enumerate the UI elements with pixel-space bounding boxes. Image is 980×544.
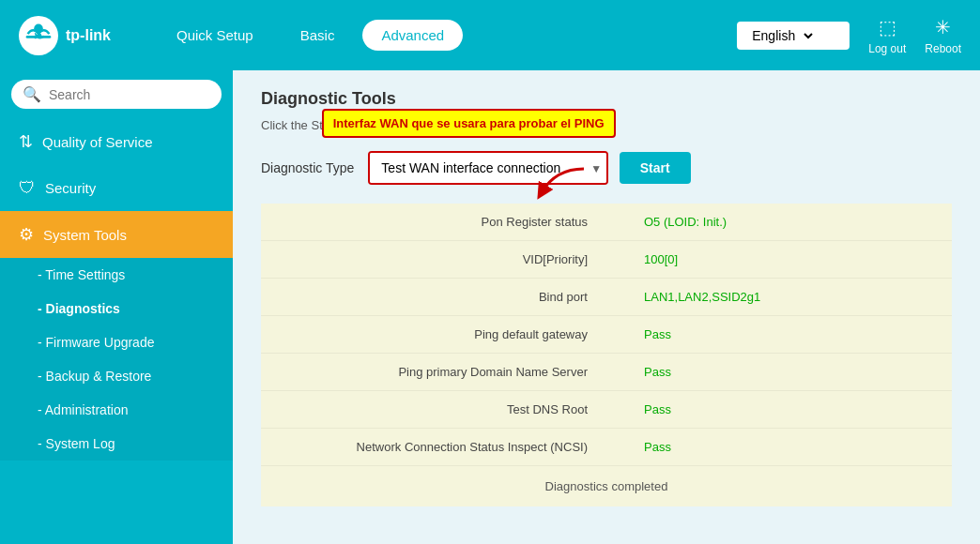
reboot-button[interactable]: ✳ Reboot [925,16,961,55]
submenu-time-settings[interactable]: - Time Settings [0,258,233,292]
reboot-icon: ✳ [935,16,951,38]
submenu-syslog[interactable]: - System Log [0,427,233,461]
reboot-label: Reboot [925,42,961,55]
result-label-4: Ping primary Domain Name Server [261,354,606,391]
result-label-3: Ping default gateway [261,316,606,354]
sidebar-item-system-tools[interactable]: ⚙ System Tools [0,211,233,258]
diagnostics-label: - Diagnostics [38,301,120,316]
table-row: Ping default gateway Pass [261,316,952,354]
nav-quick-setup[interactable]: Quick Setup [158,20,272,51]
diag-type-label: Diagnostic Type [261,160,354,175]
firmware-label: - Firmware Upgrade [38,335,154,350]
result-value-4: Pass [606,354,952,391]
nav-basic[interactable]: Basic [282,20,354,51]
sidebar-item-qos-label: Quality of Service [42,134,153,150]
submenu-admin[interactable]: - Administration [0,393,233,427]
result-value-1: 100[0] [606,241,952,279]
result-value-0: O5 (LOID: Init.) [606,204,952,241]
logout-icon: ⬚ [879,16,896,38]
table-row: Bind port LAN1,LAN2,SSID2g1 [261,279,952,316]
sidebar: 🔍 ⇅ Quality of Service 🛡 Security ⚙ Syst… [0,70,233,544]
admin-label: - Administration [38,402,128,417]
svg-point-2 [34,23,43,33]
logo-icon: ❧ [19,16,58,55]
language-selector[interactable]: English Chinese Spanish [737,22,850,50]
table-row: Network Connection Status Inspect (NCSI)… [261,429,952,466]
nav-advanced[interactable]: Advanced [362,20,463,51]
logout-button[interactable]: ⬚ Log out [868,16,906,55]
results-table: Pon Register status O5 (LOID: Init.) VID… [261,204,952,506]
result-value-5: Pass [606,391,952,429]
submenu-backup[interactable]: - Backup & Restore [0,359,233,393]
search-input[interactable] [49,87,213,102]
table-row: VID[Priority] 100[0] [261,241,952,279]
annotation-tooltip: Interfaz WAN que se usara para probar el… [322,109,616,138]
table-row: Pon Register status O5 (LOID: Init.) [261,204,952,241]
result-value-2: LAN1,LAN2,SSID2g1 [606,279,952,316]
start-button[interactable]: Start [620,152,691,184]
submenu-diagnostics[interactable]: - Diagnostics [0,292,233,325]
search-icon: 🔍 [23,85,41,103]
svg-rect-3 [26,36,52,38]
time-settings-label: - Time Settings [38,267,125,282]
sidebar-item-system-tools-label: System Tools [43,227,127,243]
diag-type-row: Diagnostic Type Interfaz WAN que se usar… [261,151,952,185]
logout-label: Log out [868,42,906,55]
content-area: Diagnostic Tools Click the Start button … [233,70,980,544]
backup-label: - Backup & Restore [38,369,151,384]
diag-type-select[interactable]: Test WAN interface connection Ping Trace… [370,153,607,183]
result-value-6: Pass [606,429,952,466]
logo-text: tp-link [66,27,111,44]
security-icon: 🛡 [19,178,36,198]
qos-icon: ⇅ [19,131,33,152]
result-label-5: Test DNS Root [261,391,606,429]
page-title: Diagnostic Tools [261,89,952,109]
logo: ❧ tp-link [19,16,111,55]
table-row: Ping primary Domain Name Server Pass [261,354,952,391]
sidebar-submenu: - Time Settings - Diagnostics - Firmware… [0,258,233,461]
sidebar-item-security[interactable]: 🛡 Security [0,165,233,211]
header: ❧ tp-link Quick Setup Basic Advanced Eng… [0,0,980,70]
result-completed: Diagnostics completed [261,466,952,507]
annotation-text: Interfaz WAN que se usara para probar el… [333,116,605,130]
sidebar-item-qos[interactable]: ⇅ Quality of Service [0,118,233,165]
language-dropdown[interactable]: English Chinese Spanish [748,27,816,44]
result-label-1: VID[Priority] [261,241,606,279]
diag-select-wrapper[interactable]: Test WAN interface connection Ping Trace… [368,151,607,185]
result-label-0: Pon Register status [261,204,606,241]
nav-bar: Quick Setup Basic Advanced [158,20,718,51]
results-wrapper: Pon Register status O5 (LOID: Init.) VID… [261,204,952,506]
table-row: Test DNS Root Pass [261,391,952,429]
sidebar-item-security-label: Security [45,180,96,196]
search-box[interactable]: 🔍 [11,80,222,109]
syslog-label: - System Log [38,436,115,451]
system-tools-icon: ⚙ [19,224,34,245]
result-label-6: Network Connection Status Inspect (NCSI) [261,429,606,466]
main-layout: 🔍 ⇅ Quality of Service 🛡 Security ⚙ Syst… [0,70,980,544]
result-value-3: Pass [606,316,952,354]
table-row: Diagnostics completed [261,466,952,507]
result-label-2: Bind port [261,279,606,316]
submenu-firmware[interactable]: - Firmware Upgrade [0,325,233,359]
header-right: English Chinese Spanish ⬚ Log out ✳ Rebo… [737,16,961,55]
